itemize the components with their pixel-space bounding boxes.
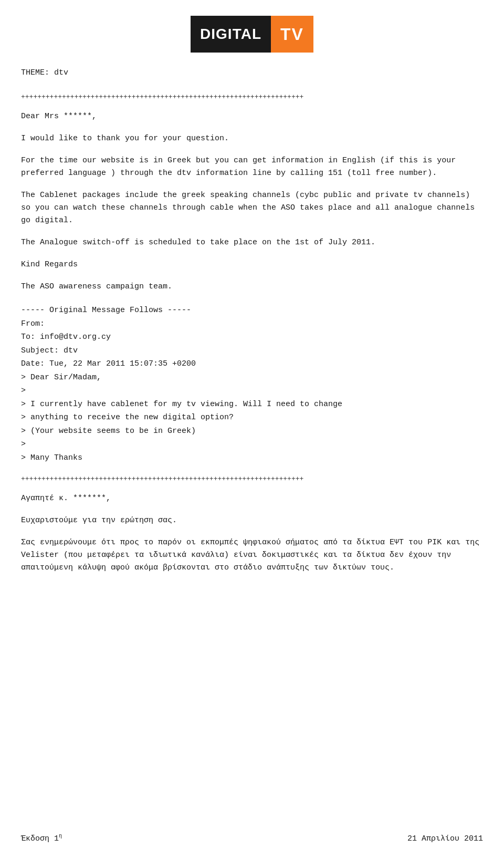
separator-bottom: ++++++++++++++++++++++++++++++++++++++++… <box>21 475 483 483</box>
date-line: Date: Tue, 22 Mar 2011 15:07:35 +0200 <box>21 357 483 371</box>
greek-para1: Σας ενημερώνουμε ότι προς το παρόν οι εκ… <box>21 536 483 574</box>
para-website-info: For the time our website is in Greek but… <box>21 154 483 180</box>
quoted-line7: > Many Thanks <box>21 451 483 465</box>
original-message-section: ----- Original Message Follows ----- Fro… <box>21 304 483 464</box>
logo-container: DIGITAL TV <box>191 16 313 53</box>
quoted-line2: > <box>21 384 483 398</box>
thank-you-line: I would like to thank you for your quest… <box>21 132 483 145</box>
footer-edition: Έκδοση 1η <box>21 833 62 843</box>
quoted-line4: > anything to receive the new digital op… <box>21 411 483 425</box>
footer-date: 21 Απριλίου 2011 <box>407 834 483 843</box>
email-greek-body: Αγαπητέ κ. *******, Ευχαριστούμε για την… <box>21 492 483 574</box>
separator-top: ++++++++++++++++++++++++++++++++++++++++… <box>21 93 483 101</box>
quoted-line6: > <box>21 438 483 451</box>
greek-thank-you: Ευχαριστούμε για την ερώτηση σας. <box>21 514 483 527</box>
from-line: From: <box>21 317 483 331</box>
header-section: DIGITAL TV <box>21 16 483 53</box>
logo-tv: TV <box>271 16 313 53</box>
to-line: To: info@dtv.org.cy <box>21 330 483 344</box>
para-cablenet: The Cablenet packages include the greek … <box>21 189 483 227</box>
greeting-greek: Αγαπητέ κ. *******, <box>21 492 483 505</box>
footer: Έκδοση 1η 21 Απριλίου 2011 <box>21 833 483 843</box>
quoted-line5: > (Your website seems to be in Greek) <box>21 425 483 438</box>
theme-line: THEME: dtv <box>21 68 483 77</box>
subject-line: Subject: dtv <box>21 344 483 358</box>
para-analogue: The Analogue switch-off is scheduled to … <box>21 236 483 249</box>
quoted-line3: > I currently have cablenet for my tv vi… <box>21 398 483 411</box>
quoted-line1: > Dear Sir/Madam, <box>21 371 483 385</box>
kind-regards: Kind Regards <box>21 258 483 271</box>
logo-digital: DIGITAL <box>191 16 271 53</box>
original-header: ----- Original Message Follows ----- <box>21 304 483 317</box>
team-signature: The ASO awareness campaign team. <box>21 281 483 293</box>
email-english-body: Dear Mrs ******, I would like to thank y… <box>21 110 483 293</box>
greeting-english: Dear Mrs ******, <box>21 110 483 123</box>
